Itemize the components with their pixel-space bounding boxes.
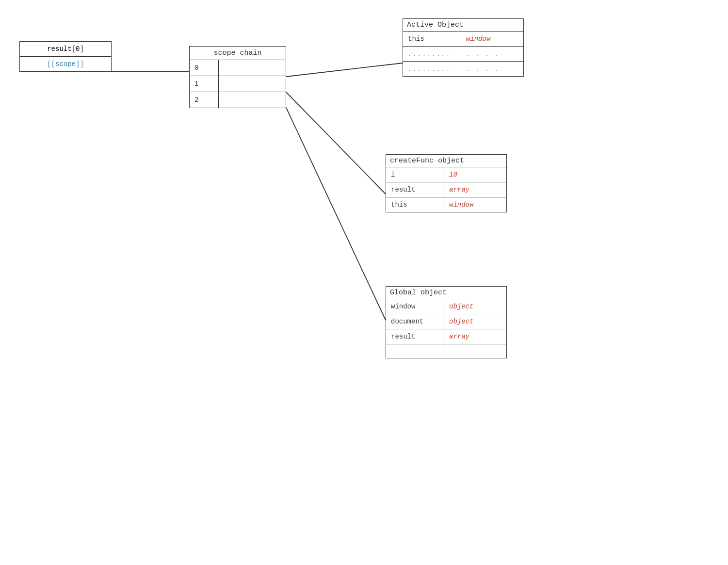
scope-val-1 xyxy=(219,76,286,92)
scope-row-0: 0 xyxy=(190,60,286,76)
result0-row1: result[0] xyxy=(20,42,111,57)
createfunc-title: createFunc object xyxy=(386,155,506,167)
result0-row2: [[scope]] xyxy=(20,57,111,71)
result0-label: result[0] xyxy=(20,42,111,56)
cf-val-1: array xyxy=(444,182,502,197)
scope-label: [[scope]] xyxy=(20,57,111,71)
scope-num-2: 2 xyxy=(190,92,219,108)
active-key-0: this xyxy=(403,32,461,46)
cf-key-1: result xyxy=(386,182,444,197)
svg-line-2 xyxy=(286,92,386,194)
active-key-2: ......... xyxy=(403,62,461,76)
global-val-1: object xyxy=(444,314,502,329)
global-row-1: document object xyxy=(386,314,506,329)
connectors-svg xyxy=(0,0,728,565)
cf-key-0: i xyxy=(386,167,444,182)
cf-row-2: this window xyxy=(386,197,506,212)
global-row-3 xyxy=(386,344,506,358)
active-val-2: . . . . xyxy=(461,62,519,76)
scope-row-2: 2 xyxy=(190,92,286,108)
cf-row-0: i 10 xyxy=(386,167,506,182)
active-row-0: this window xyxy=(403,32,523,47)
global-title: Global object xyxy=(386,287,506,299)
cf-row-1: result array xyxy=(386,182,506,197)
global-key-1: document xyxy=(386,314,444,329)
global-val-0: object xyxy=(444,299,502,314)
global-row-0: window object xyxy=(386,299,506,314)
active-val-1: . . . . xyxy=(461,47,519,61)
global-row-2: result array xyxy=(386,329,506,344)
scope-chain-box: scope chain 0 1 2 xyxy=(189,46,286,108)
scope-num-1: 1 xyxy=(190,76,219,92)
global-key-3 xyxy=(386,344,444,358)
svg-line-3 xyxy=(286,108,386,320)
svg-line-1 xyxy=(286,63,403,77)
global-val-3 xyxy=(444,344,502,358)
active-row-1: ......... . . . . xyxy=(403,47,523,62)
cf-val-2: window xyxy=(444,197,502,212)
scope-row-1: 1 xyxy=(190,76,286,92)
global-object-box: Global object window object document obj… xyxy=(386,286,507,358)
active-object-box: Active Object this window ......... . . … xyxy=(403,18,524,77)
global-key-2: result xyxy=(386,329,444,344)
scope-val-2 xyxy=(219,92,286,108)
active-row-2: ......... . . . . xyxy=(403,62,523,76)
cf-val-0: 10 xyxy=(444,167,502,182)
result0-box: result[0] [[scope]] xyxy=(19,41,112,72)
active-key-1: ......... xyxy=(403,47,461,61)
active-object-title: Active Object xyxy=(403,19,523,32)
global-val-2: array xyxy=(444,329,502,344)
scope-val-0 xyxy=(219,60,286,76)
scope-chain-title: scope chain xyxy=(190,47,286,60)
cf-key-2: this xyxy=(386,197,444,212)
scope-num-0: 0 xyxy=(190,60,219,76)
active-val-0: window xyxy=(461,32,519,46)
createfunc-object-box: createFunc object i 10 result array this… xyxy=(386,154,507,212)
global-key-0: window xyxy=(386,299,444,314)
